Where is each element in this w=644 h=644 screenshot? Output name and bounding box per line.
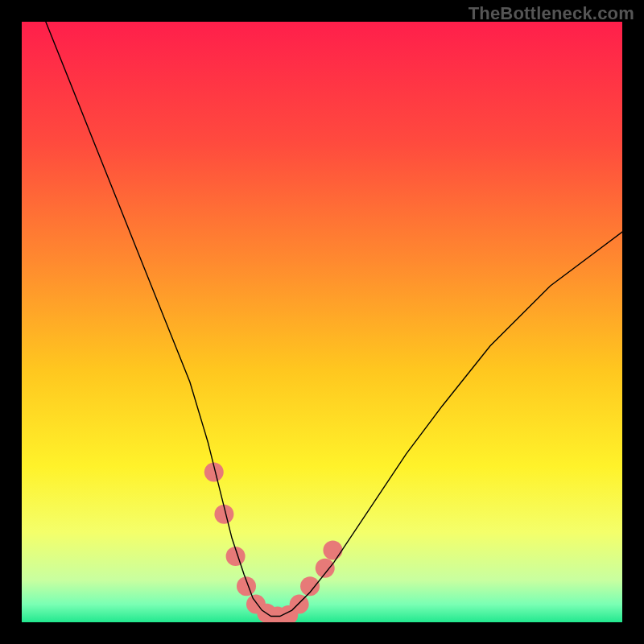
- attribution-text: TheBottleneck.com: [469, 3, 634, 24]
- highlight-dot: [290, 595, 309, 614]
- highlight-dot: [316, 559, 335, 578]
- highlight-dot: [323, 540, 342, 559]
- bottleneck-chart: [22, 22, 622, 622]
- chart-frame: [22, 22, 622, 622]
- gradient-background: [22, 22, 622, 622]
